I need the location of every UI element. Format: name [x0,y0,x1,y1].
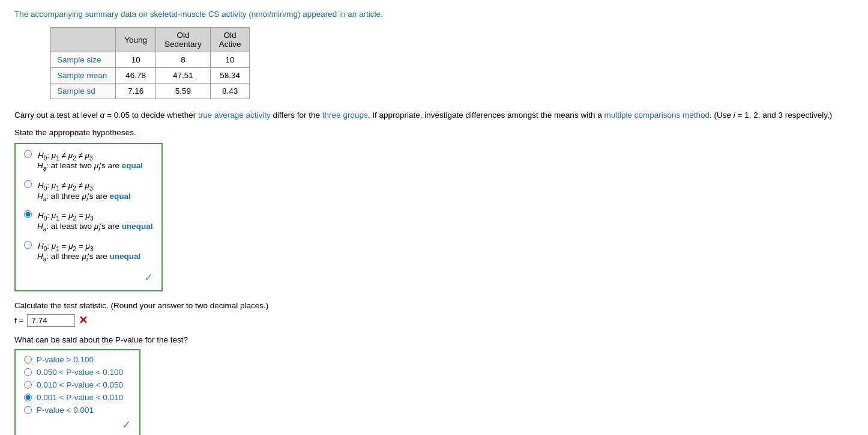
hypothesis-box: H0: μ1 ≠ μ2 ≠ μ3 Ha: at least two μi's a… [14,143,163,292]
pvalue-option-1: P-value > 0.100 [24,355,131,364]
hypothesis-h0-4: H0: μ1 = μ2 = μ3 [38,242,94,252]
pvalue-radio-5[interactable] [24,406,32,414]
row-label-size: Sample size [51,52,116,68]
pvalue-text: What can be said about the P-value for t… [14,335,854,344]
pvalue-section: What can be said about the P-value for t… [14,335,854,435]
hypothesis-radio-4[interactable] [24,241,32,249]
data-table: Young OldSedentary OldActive Sample size… [50,27,250,99]
cell-size-old-act: 10 [210,52,250,68]
calc-section: Calculate the test statistic. (Round you… [14,301,854,327]
pvalue-label-3: 0.010 < P-value < 0.050 [37,380,123,389]
pvalue-label-1: P-value > 0.100 [37,355,94,364]
cell-mean-old-act: 58.34 [210,68,250,84]
pvalue-label-5: P-value < 0.001 [37,406,94,415]
cross-icon: ✕ [79,314,88,327]
cell-mean-old-sed: 47.51 [156,68,211,84]
col-header-old-sed: OldSedentary [156,28,211,52]
cell-sd-old-act: 8.43 [210,84,250,99]
pvalue-option-5: P-value < 0.001 [24,406,131,415]
pvalue-option-2: 0.050 < P-value < 0.100 [24,368,131,377]
pvalue-label-2: 0.050 < P-value < 0.100 [37,368,123,377]
hypothesis-radio-2[interactable] [24,180,32,188]
hypothesis-option-4: H0: μ1 = μ2 = μ3 Ha: all three μi's are … [24,241,153,263]
intro-text: The accompanying summary data on skeleta… [14,10,854,19]
table-row: Sample mean 46.78 47.51 58.34 [51,68,250,84]
table-row: Sample sd 7.16 5.59 8.43 [51,84,250,99]
cell-sd-young: 7.16 [116,84,156,99]
cell-mean-young: 46.78 [116,68,156,84]
pvalue-radio-3[interactable] [24,381,32,389]
state-hypotheses-label: State the appropriate hypotheses. [14,128,854,137]
f-label: f = [14,316,23,325]
hypothesis-option-2: H0: μ1 ≠ μ2 ≠ μ3 Ha: all three μi's are … [24,180,153,202]
hypothesis-checkmark: ✓ [24,271,153,284]
col-header-young: Young [116,28,156,52]
hypothesis-h0-2: H0: μ1 ≠ μ2 ≠ μ3 [38,181,93,192]
pvalue-radio-1[interactable] [24,356,32,364]
pvalue-label-4: 0.001 < P-value < 0.010 [37,393,123,402]
hypothesis-h0-1: H0: μ1 ≠ μ2 ≠ μ3 [38,151,93,162]
hypothesis-h0-3: H0: μ1 = μ2 = μ3 [38,211,94,222]
carry-text: Carry out a test at level α = 0.05 to de… [14,109,854,122]
pvalue-checkmark: ✓ [24,418,131,431]
pvalue-option-4: 0.001 < P-value < 0.010 [24,393,131,402]
row-label-mean: Sample mean [51,68,116,84]
col-header-empty [51,28,116,52]
table-row: Sample size 10 8 10 [51,52,250,68]
col-header-old-act: OldActive [210,28,250,52]
cell-sd-old-sed: 5.59 [156,84,211,99]
pvalue-option-3: 0.010 < P-value < 0.050 [24,380,131,389]
cell-size-old-sed: 8 [156,52,211,68]
f-input[interactable] [27,314,75,327]
pvalue-box: P-value > 0.100 0.050 < P-value < 0.100 … [14,349,140,435]
pvalue-radio-2[interactable] [24,368,32,376]
hypothesis-radio-3[interactable] [24,210,32,218]
hypothesis-radio-1[interactable] [24,150,32,158]
row-label-sd: Sample sd [51,84,116,99]
calc-text: Calculate the test statistic. (Round you… [14,301,854,310]
pvalue-radio-4[interactable] [24,394,32,401]
cell-size-young: 10 [116,52,156,68]
hypothesis-option-1: H0: μ1 ≠ μ2 ≠ μ3 Ha: at least two μi's a… [24,150,153,172]
hypothesis-option-3: H0: μ1 = μ2 = μ3 Ha: at least two μi's a… [24,210,153,232]
